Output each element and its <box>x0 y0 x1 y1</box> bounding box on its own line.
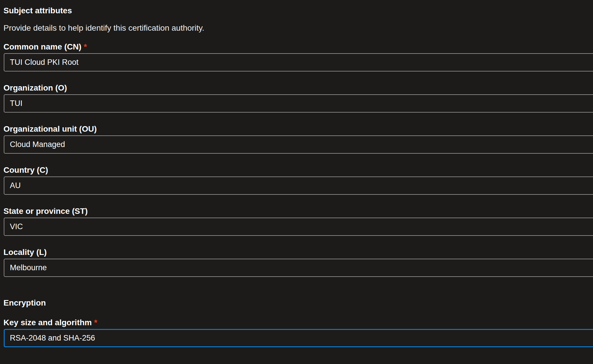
required-asterisk: * <box>94 318 97 327</box>
section-encryption: Encryption Key size and algorithm* <box>0 298 593 347</box>
section-title-encryption: Encryption <box>3 298 593 308</box>
organizational-unit-label: Organizational unit (OU) <box>3 124 593 134</box>
section-description: Provide details to help identify this ce… <box>3 23 593 33</box>
field-organizational-unit: Organizational unit (OU) <box>0 124 593 154</box>
field-organization: Organization (O) <box>0 83 593 113</box>
common-name-label: Common name (CN)* <box>3 42 593 52</box>
required-asterisk: * <box>84 42 87 51</box>
country-label: Country (C) <box>3 166 593 175</box>
locality-input[interactable] <box>4 259 593 277</box>
common-name-label-text: Common name (CN) <box>3 42 81 51</box>
subject-attributes-fields: Common name (CN)* Organization (O) Organ… <box>0 42 593 277</box>
field-state-province: State or province (ST) <box>0 207 593 236</box>
locality-label: Locality (L) <box>3 248 593 257</box>
organizational-unit-input[interactable] <box>4 135 593 154</box>
field-locality: Locality (L) <box>0 248 593 277</box>
section-title-subject-attributes: Subject attributes <box>3 6 593 16</box>
key-size-algorithm-input[interactable] <box>4 329 593 347</box>
state-province-input[interactable] <box>4 218 593 236</box>
field-key-size-algorithm: Key size and algorithm* <box>0 318 593 347</box>
state-province-label: State or province (ST) <box>3 207 593 216</box>
key-size-algorithm-label: Key size and algorithm* <box>3 318 593 327</box>
organization-input[interactable] <box>4 94 593 113</box>
common-name-input[interactable] <box>4 53 593 71</box>
organization-label: Organization (O) <box>3 83 593 93</box>
field-common-name: Common name (CN)* <box>0 42 593 71</box>
field-country: Country (C) <box>0 166 593 195</box>
section-subject-attributes: Subject attributes Provide details to he… <box>0 6 593 277</box>
certification-authority-form: Subject attributes Provide details to he… <box>0 0 593 364</box>
country-input[interactable] <box>4 177 593 195</box>
key-size-algorithm-label-text: Key size and algorithm <box>3 318 92 327</box>
